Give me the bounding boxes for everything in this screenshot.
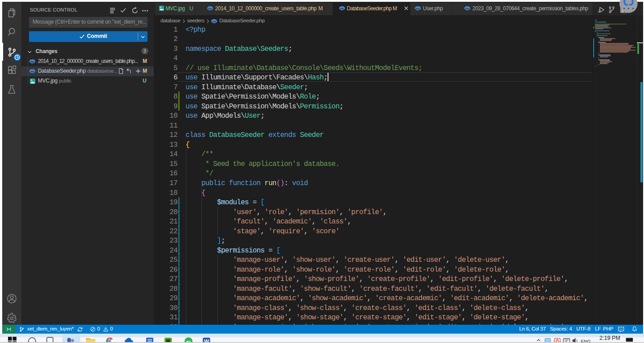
svg-text:W: W [204, 339, 209, 342]
svg-text:php: php [340, 7, 344, 9]
svg-text:ENG: ENG [581, 339, 591, 342]
svg-text:php: php [30, 60, 34, 63]
svg-text:php: php [465, 7, 469, 9]
svg-text:2:19 PM: 2:19 PM [599, 335, 620, 341]
svg-text:php: php [416, 7, 420, 9]
svg-text:php: php [208, 7, 212, 9]
svg-text:php: php [30, 70, 34, 73]
